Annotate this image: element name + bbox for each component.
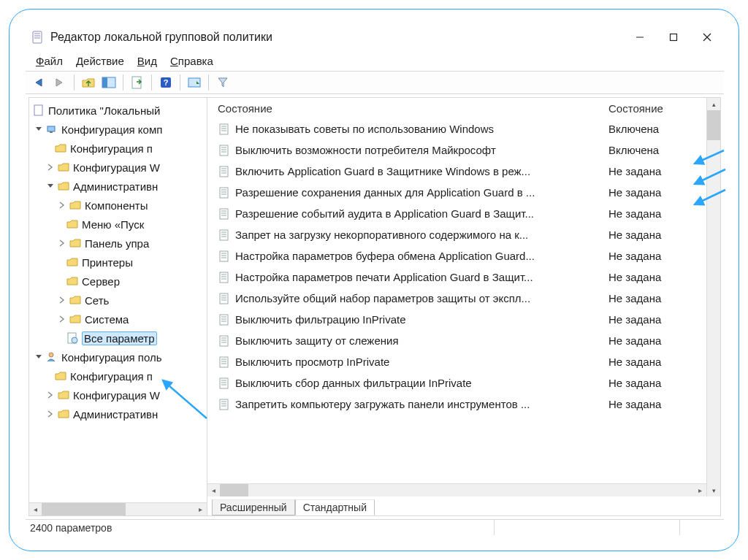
list-row[interactable]: Разрешение сохранения данных для Applica… [207, 182, 706, 203]
row-name: Используйте общий набор параметров защит… [235, 292, 608, 304]
list-tabs: Расширенный Стандартный [207, 496, 720, 515]
list-row[interactable]: Выключить сбор данных фильтрации InPriva… [207, 372, 706, 394]
svg-rect-68 [220, 378, 228, 388]
show-hide-tree-button[interactable] [99, 73, 118, 92]
tree-user-cfg[interactable]: Конфигурация поль [61, 351, 162, 364]
tree-windows-cfg[interactable]: Конфигурация W [73, 161, 160, 174]
chevron-down-icon[interactable] [34, 124, 44, 134]
close-button[interactable] [690, 24, 724, 50]
minimize-button[interactable] [623, 24, 657, 50]
tree-view[interactable]: Политика "Локальный Конфигурация комп Ко… [29, 98, 207, 502]
list-row[interactable]: Выключить защиту от слеженияНе задана [207, 330, 706, 351]
tree-u-windows-cfg[interactable]: Конфигурация W [73, 389, 160, 402]
tree-all-settings[interactable]: Все параметр [82, 331, 157, 345]
svg-rect-24 [220, 145, 228, 156]
row-state: Не задана [608, 186, 696, 199]
menu-action[interactable]: Действие [76, 55, 124, 67]
up-folder-button[interactable] [79, 73, 98, 92]
scroll-up-icon[interactable]: ▴ [707, 98, 720, 110]
col-state-2[interactable]: Состояние [608, 102, 696, 115]
list-row[interactable]: Настройка параметров печати Application … [207, 266, 706, 288]
folder-icon [69, 199, 82, 211]
back-button[interactable] [30, 73, 49, 92]
list-row[interactable]: Используйте общий набор параметров защит… [207, 288, 706, 309]
chevron-right-icon[interactable] [45, 162, 56, 172]
menu-file[interactable]: Файл [36, 55, 63, 67]
tree-hscrollbar[interactable]: ◂ ▸ [29, 502, 207, 515]
maximize-button[interactable] [657, 24, 690, 50]
tree-root[interactable]: Политика "Локальный [48, 104, 160, 117]
list-row[interactable]: Запрет на загрузку некорпоративного соде… [207, 224, 706, 245]
policy-item-icon [218, 123, 231, 136]
svg-rect-5 [671, 34, 677, 41]
tree-u-admin-templates[interactable]: Административн [73, 408, 158, 421]
status-bar: 2400 параметров [26, 519, 724, 535]
svg-rect-32 [220, 188, 228, 198]
folder-icon [66, 275, 79, 287]
list-row[interactable]: Настройка параметров буфера обмена Appli… [207, 245, 706, 266]
help-button[interactable]: ? [156, 73, 175, 92]
tree-start-menu[interactable]: Меню «Пуск [82, 218, 144, 231]
row-state: Не задана [608, 313, 696, 326]
svg-rect-52 [220, 294, 228, 304]
chevron-right-icon[interactable] [57, 200, 67, 210]
chevron-right-icon[interactable] [57, 295, 67, 305]
folder-icon [57, 180, 70, 192]
window-title: Редактор локальной групповой политики [50, 31, 272, 44]
export-list-button[interactable] [128, 73, 147, 92]
tree-admin-templates[interactable]: Административн [73, 180, 158, 193]
forward-button[interactable] [50, 73, 69, 92]
scroll-left-icon[interactable]: ◂ [29, 503, 42, 515]
row-state: Не задана [608, 250, 696, 262]
filter-button[interactable] [213, 73, 232, 92]
properties-button[interactable] [185, 73, 204, 92]
list-row[interactable]: Запретить компьютеру загружать панели ин… [207, 394, 706, 415]
svg-point-18 [72, 337, 77, 343]
policy-item-icon [218, 334, 231, 348]
tree-server[interactable]: Сервер [82, 275, 120, 288]
chevron-right-icon[interactable] [45, 390, 56, 400]
tree-computer-cfg[interactable]: Конфигурация комп [61, 123, 162, 136]
folder-icon [66, 218, 79, 230]
menu-view[interactable]: Вид [137, 55, 157, 67]
col-state-1[interactable]: Состояние [218, 102, 608, 115]
list-row[interactable]: Выключить просмотр InPrivateНе задана [207, 351, 706, 372]
tree-software-cfg[interactable]: Конфигурация п [70, 142, 153, 155]
list-row[interactable]: Разрешение событий аудита в Application … [207, 203, 706, 224]
row-state: Не задана [608, 356, 696, 368]
content-area: Политика "Локальный Конфигурация комп Ко… [28, 97, 721, 516]
chevron-down-icon[interactable] [45, 181, 56, 191]
list-row[interactable]: Не показывать советы по использованию Wi… [207, 118, 706, 139]
scroll-right-icon[interactable]: ▸ [694, 484, 706, 496]
list-vscrollbar[interactable]: ▴ ▾ [707, 98, 720, 496]
policy-item-icon [218, 207, 231, 220]
tree-u-software-cfg[interactable]: Конфигурация п [70, 370, 153, 383]
svg-text:?: ? [164, 78, 169, 87]
tree-control-panel[interactable]: Панель упра [85, 237, 149, 250]
folder-icon [57, 408, 70, 420]
list-hscrollbar[interactable]: ◂ ▸ [207, 483, 706, 496]
folder-icon [57, 389, 70, 401]
tab-extended[interactable]: Расширенный [212, 499, 295, 515]
all-settings-icon [66, 332, 79, 344]
row-state: Не задана [608, 271, 696, 283]
row-name: Выключить защиту от слежения [235, 334, 608, 347]
tab-standard[interactable]: Стандартный [295, 499, 375, 515]
chevron-right-icon[interactable] [45, 409, 56, 419]
chevron-right-icon[interactable] [57, 238, 67, 248]
menu-help[interactable]: Справка [170, 55, 213, 67]
policy-item-icon [218, 250, 231, 263]
scroll-down-icon[interactable]: ▾ [707, 484, 720, 496]
list-row[interactable]: Выключить возможности потребителя Майкро… [207, 139, 706, 161]
scroll-left-icon[interactable]: ◂ [207, 484, 220, 496]
tree-network[interactable]: Сеть [85, 294, 109, 307]
scroll-right-icon[interactable]: ▸ [194, 503, 207, 515]
chevron-down-icon[interactable] [34, 352, 44, 362]
chevron-right-icon[interactable] [57, 314, 67, 324]
tree-components[interactable]: Компоненты [85, 199, 148, 212]
list-row[interactable]: Включить Application Guard в Защитнике W… [207, 161, 706, 182]
tree-printers[interactable]: Принтеры [82, 256, 133, 269]
svg-point-19 [49, 353, 53, 357]
list-row[interactable]: Выключить фильтрацию InPrivateНе задана [207, 309, 706, 330]
tree-system[interactable]: Система [85, 313, 129, 326]
